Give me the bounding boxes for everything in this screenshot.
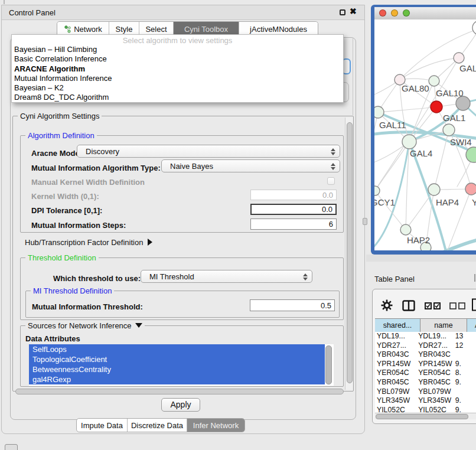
table-row[interactable]: YBR043CYBR043C [375,350,476,360]
combo-arrows-icon [331,148,335,156]
column-header-shared[interactable]: shared... [375,319,420,332]
aracne-mode-select[interactable]: Discovery [77,145,340,158]
table-row[interactable]: YPR145WYPR145W9. [375,360,476,369]
network-node-gal1[interactable] [431,101,442,113]
table-cell [454,350,476,360]
algorithm-options: Bayesian – Hill ClimbingBasic Correlatio… [12,45,343,103]
dpi-tolerance-label: DPI Tolerance [0,1]: [31,206,102,215]
table-cell: YBL079W [375,387,413,397]
node-label-gcy1: GCY1 [374,197,395,207]
data-attribute-selfloops[interactable]: SelfLoops [29,344,325,354]
table-cell: YLR345W [375,396,413,406]
data-attribute-betweennesscentrality[interactable]: BetweennessCentrality [29,364,325,374]
traffic-lights [374,9,410,18]
network-node-y[interactable] [465,183,476,195]
network-icon [64,25,71,33]
which-threshold-label: Which threshold to use: [53,274,141,283]
algorithm-option-mutual-information-inference[interactable]: Mutual Information Inference [12,74,343,83]
column-header-a[interactable]: A [467,319,476,332]
select-all-icon[interactable] [425,302,441,309]
node-label-hap4: HAP4 [436,197,459,207]
table-row[interactable]: YLR345WYLR345W9. [375,396,476,406]
deselect-all-icon[interactable] [449,302,465,309]
network-node[interactable] [456,96,470,110]
table-row[interactable]: YBR045CYBR045C9. [375,378,476,387]
settings-group-title: Cyni Algorithm Settings [18,112,102,120]
mi-type-select[interactable]: Naive Bayes [161,159,340,172]
network-node-swi4[interactable] [443,124,455,136]
algorithm-option-bayesian-hill-climbing[interactable]: Bayesian – Hill Climbing [12,45,343,54]
dpi-tolerance-input[interactable] [250,204,337,215]
tab-discretize-data[interactable]: Discretize Data [127,419,187,432]
table-row[interactable]: YDL19...YDL19...13 [375,332,476,341]
table-header: shared...nameA [375,318,476,333]
mi-threshold-input[interactable] [250,299,335,311]
data-attribute-topologicalcoefficient[interactable]: TopologicalCoefficient [29,354,325,364]
table-cell: YDL19... [375,332,413,341]
document-icon[interactable] [471,298,476,311]
kernel-width-input[interactable] [250,190,337,200]
table-cell: 8. [454,369,476,378]
tab-impute-data[interactable]: Impute Data [77,419,127,432]
tab-infer-network[interactable]: Infer Network [187,419,244,432]
tab-label: Cyni Toolbox [184,25,228,34]
table-row[interactable]: YER054CYER054C8. [375,369,476,378]
network-node-hap2[interactable] [400,224,411,235]
algorithm-option-aracne-algorithm[interactable]: ARACNE Algorithm [12,64,343,74]
collapse-arrow-icon [135,323,142,328]
algorithm-option-bayesian-k2[interactable]: Bayesian – K2 [12,83,343,93]
data-attribute-gal4rgexp[interactable]: gal4RGexp [29,374,325,384]
network-node-gal4[interactable] [402,135,416,149]
node-label-gal80: GAL80 [402,83,429,93]
network-canvas[interactable]: GALGAL80GAL10GAL1GAL11SWI4GAL4GCY1HAP4YH… [374,19,476,250]
window-minimize-button[interactable] [391,9,398,17]
control-panel-titlebar: Control Panel [2,5,364,20]
combo-arrows-icon [331,162,335,171]
algorithm-definition-title: Algorithm Definition [25,131,97,140]
network-node-gal[interactable] [454,53,464,63]
gear-icon[interactable] [381,299,393,311]
settings-horizontal-scrollbar[interactable] [15,389,344,394]
split-pane-handle[interactable] [363,218,367,225]
mi-steps-input[interactable] [250,219,337,230]
scrollbar-thumb[interactable] [376,414,468,419]
network-node[interactable] [472,21,476,35]
close-icon[interactable]: ✖ [350,6,357,16]
column-header-name[interactable]: name [420,319,467,332]
list-scrollbar-thumb[interactable] [325,345,332,384]
aracne-mode-label: Aracne Mode: [31,149,82,158]
table-cell: 9. [454,360,476,369]
network-node-gal10[interactable] [429,76,439,86]
table-row[interactable]: YBL079WYBL079W [375,387,476,397]
window-zoom-button[interactable] [403,9,410,17]
mi-steps-label: Mutual Information Steps: [31,221,126,230]
algorithm-option-dream8-dc-tdc-algorithm[interactable]: Dream8 DC_TDC Algorithm [12,93,343,102]
scrollbar-thumb[interactable] [347,122,353,383]
table-cell: YER054C [375,369,413,378]
mi-type-label: Mutual Information Algorithm Type: [31,164,161,172]
algorithm-option-basic-correlation-inference[interactable]: Basic Correlation Inference [12,54,343,64]
network-window-titlebar [374,7,476,20]
corner-button-fragment[interactable] [5,444,18,450]
table-row[interactable]: YIL052CYIL052C9. [375,406,476,412]
network-node-gcy1[interactable] [374,186,380,195]
float-icon[interactable] [340,9,345,15]
threshold-select[interactable]: MI Threshold [141,270,312,283]
manual-kernel-checkbox[interactable] [327,177,335,185]
table-row[interactable]: YDR27...YDR27...12 [375,341,476,351]
network-edge [400,58,459,80]
hub-definition-toggle[interactable]: Hub/Transcription Factor Definition [25,238,152,247]
table-cell: 13 [454,332,476,341]
window-close-button[interactable] [379,9,386,17]
settings-vertical-scrollbar[interactable] [345,118,353,390]
threshold-definition-title: Threshold Definition [25,253,99,262]
data-attributes-list[interactable]: SelfLoopsTopologicalCoefficientBetweenne… [29,344,334,386]
column-split-icon[interactable] [402,300,415,311]
apply-button[interactable]: Apply [161,398,200,412]
sources-toggle[interactable]: Sources for Network Inference [25,321,145,330]
table-cell: YIL052C [413,406,454,412]
table-horizontal-scrollbar[interactable] [375,413,476,419]
network-node-gal11[interactable] [374,106,384,118]
data-attributes-label: Data Attributes [25,334,80,343]
network-node-hap4[interactable] [428,184,440,195]
